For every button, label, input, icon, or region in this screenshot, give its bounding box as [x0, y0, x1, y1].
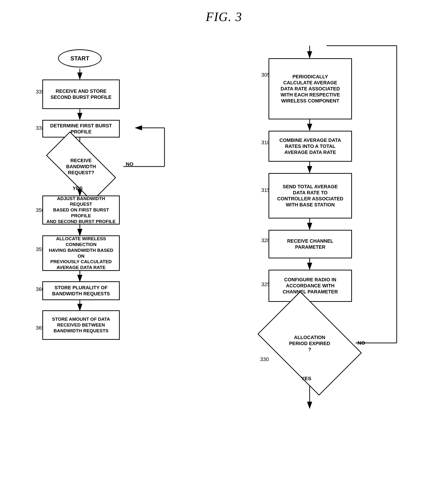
box-315: SEND TOTAL AVERAGEDATA RATE TOCONTROLLER…	[269, 173, 352, 218]
diamond-330: ALLOCATIONPERIOD EXPIRED?	[266, 313, 353, 374]
diamond340-yes-label: YES	[73, 185, 83, 191]
box-350: ADJUST BANDWIDTH REQUESTBASED ON FIRST B…	[42, 196, 120, 225]
box365-label: STORE AMOUNT OF DATARECEIVED BETWEENBAND…	[52, 316, 110, 334]
diamond330-label: ALLOCATIONPERIOD EXPIRED?	[289, 334, 330, 353]
box320-label: RECEIVE CHANNELPARAMETER	[287, 238, 333, 250]
page-title: FIG. 3	[0, 0, 448, 24]
diamond340-label: RECEIVEBANDWIDTHREQUEST?	[66, 158, 96, 176]
box338-label: DETERMINE FIRST BURST PROFILE	[46, 123, 117, 135]
diamond340-no-label: NO	[126, 161, 133, 167]
box355-label: ALLOCATE WIRELESS CONNECTIONHAVING BANDW…	[46, 236, 117, 271]
box-320: RECEIVE CHANNELPARAMETER	[269, 230, 352, 258]
box-355: ALLOCATE WIRELESS CONNECTIONHAVING BANDW…	[42, 235, 120, 271]
box-338: DETERMINE FIRST BURST PROFILE	[42, 120, 120, 137]
box350-label: ADJUST BANDWIDTH REQUESTBASED ON FIRST B…	[46, 196, 117, 225]
box305-label: PERIODICALLYCALCULATE AVERAGEDATA RATE A…	[281, 74, 340, 104]
start-label: START	[70, 55, 89, 62]
diamond330-no-label: NO	[357, 340, 365, 346]
diamond-340: RECEIVEBANDWIDTHREQUEST?	[48, 150, 114, 183]
box-360: STORE PLURALITY OFBANDWIDTH REQUESTS	[42, 281, 120, 300]
box310-label: COMBINE AVERAGE DATARATES INTO A TOTALAV…	[279, 137, 341, 155]
box325-label: CONFIGURE RADIO INACCORDANCE WITHCHANNEL…	[283, 277, 338, 295]
box315-label: SEND TOTAL AVERAGEDATA RATE TOCONTROLLER…	[277, 184, 343, 208]
start-oval: START	[58, 49, 102, 67]
box360-label: STORE PLURALITY OFBANDWIDTH REQUESTS	[52, 285, 110, 297]
box-310: COMBINE AVERAGE DATARATES INTO A TOTALAV…	[269, 131, 352, 162]
box-325: CONFIGURE RADIO INACCORDANCE WITHCHANNEL…	[269, 270, 352, 302]
box335-label: RECEIVE AND STORESECOND BURST PROFILE	[50, 88, 112, 100]
box-335: RECEIVE AND STORESECOND BURST PROFILE	[42, 79, 120, 109]
box-305: PERIODICALLYCALCULATE AVERAGEDATA RATE A…	[269, 58, 352, 119]
diamond330-yes-label: YES	[301, 376, 311, 381]
box-365: STORE AMOUNT OF DATARECEIVED BETWEENBAND…	[42, 310, 120, 340]
